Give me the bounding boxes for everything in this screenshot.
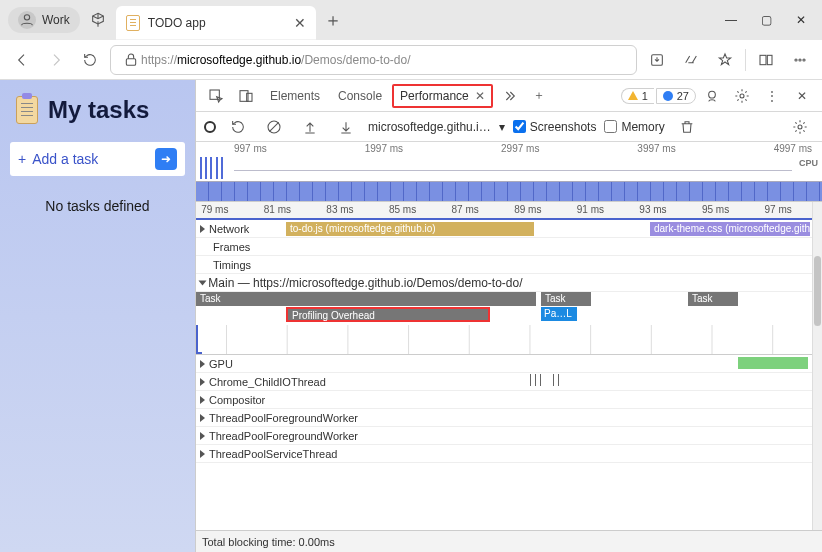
gpu-block[interactable] [738,357,808,369]
svg-rect-4 [767,55,772,64]
grid-area [196,325,822,355]
page-title: My tasks [48,96,149,124]
task-block[interactable]: Task [541,292,591,306]
svg-point-0 [24,15,29,20]
address-bar[interactable]: https://microsoftedge.github.io/Demos/de… [110,45,637,75]
overflow-icon[interactable] [495,82,523,110]
collections-icon[interactable] [752,46,780,74]
svg-point-7 [803,58,805,60]
url-path: /Demos/demo-to-do/ [301,53,410,67]
url-host: microsoftedge.github.io [177,53,301,67]
record-button[interactable] [204,121,216,133]
compositor-row[interactable]: Compositor [196,391,822,409]
target-dropdown[interactable]: microsoftedge.githu.i… [368,120,491,134]
read-aloud-icon[interactable] [677,46,705,74]
tab-elements[interactable]: Elements [262,85,328,107]
tab-performance-label: Performance [400,89,469,103]
submit-task-button[interactable]: ➜ [155,148,177,170]
main-thread-header[interactable]: Main — https://microsoftedge.github.io/D… [196,274,822,292]
threadpool-service-row[interactable]: ThreadPoolServiceThread [196,445,822,463]
address-bar-row: https://microsoftedge.github.io/Demos/de… [0,40,822,80]
info-badge[interactable]: 27 [656,88,696,104]
favorite-icon[interactable] [711,46,739,74]
timeline-overview[interactable]: 997 ms 1997 ms 2997 ms 3997 ms 4997 ms C… [196,142,822,202]
frames-row[interactable]: Frames [196,238,822,256]
info-icon [663,91,673,101]
clipboard-icon [16,96,38,124]
subtask-track: Profiling Overhead Pa…L [196,307,822,325]
profiling-overhead-block[interactable]: Profiling Overhead [286,307,490,322]
network-bar[interactable]: dark-theme.css (microsoftedge.githu... [650,222,810,236]
gpu-row[interactable]: GPU [196,355,822,373]
network-row[interactable]: Network to-do.js (microsoftedge.github.i… [196,220,822,238]
childio-row[interactable]: Chrome_ChildIOThread [196,373,822,391]
tab-performance[interactable]: Performance ✕ [392,84,493,108]
svg-point-11 [709,91,716,98]
tab-console[interactable]: Console [330,85,390,107]
new-tab-button[interactable]: ＋ [324,8,342,32]
timings-row[interactable]: Timings [196,256,822,274]
feedback-icon[interactable] [698,82,726,110]
time-ruler[interactable]: 79 ms 81 ms 83 ms 85 ms 87 ms 89 ms 91 m… [196,202,822,220]
minimize-icon[interactable]: — [725,13,737,27]
warnings-badge[interactable]: 1 [621,88,654,104]
device-icon[interactable] [232,82,260,110]
svg-point-12 [740,94,744,98]
svg-point-14 [798,125,802,129]
workspaces-icon[interactable] [88,10,108,30]
perf-toolbar: microsoftedge.githu.i… ▾ Screenshots Mem… [196,112,822,142]
forward-icon [42,46,70,74]
close-icon[interactable]: ✕ [475,89,485,103]
svg-rect-8 [210,90,219,99]
devtools-tabstrip: Elements Console Performance ✕ ＋ 1 27 ⋮ … [196,80,822,112]
threadpool-row[interactable]: ThreadPoolForegroundWorker [196,409,822,427]
threadpool-row[interactable]: ThreadPoolForegroundWorker [196,427,822,445]
profile-pill[interactable]: Work [8,7,80,33]
browser-titlebar: Work TODO app ✕ ＋ — ▢ ✕ [0,0,822,40]
chevron-down-icon[interactable]: ▾ [499,120,505,134]
scrollbar[interactable] [812,202,822,530]
network-bar[interactable]: to-do.js (microsoftedge.github.io) [286,222,534,236]
memory-checkbox[interactable]: Memory [604,120,664,134]
tab-favicon [126,15,140,31]
close-devtools-icon[interactable]: ✕ [788,82,816,110]
add-tab-icon[interactable]: ＋ [525,82,553,110]
trash-icon[interactable] [673,113,701,141]
close-icon[interactable]: ✕ [294,15,306,31]
back-icon[interactable] [8,46,36,74]
settings-icon[interactable] [728,82,756,110]
task-block[interactable]: Task [688,292,738,306]
page-header: My tasks [16,96,185,124]
kebab-icon[interactable]: ⋮ [758,82,786,110]
download-icon[interactable] [332,113,360,141]
upload-icon[interactable] [296,113,324,141]
profile-label: Work [42,13,70,27]
window-controls: — ▢ ✕ [717,13,814,27]
add-task-label: Add a task [32,151,98,167]
reload-record-icon[interactable] [224,113,252,141]
clear-icon[interactable] [260,113,288,141]
maximize-icon[interactable]: ▢ [761,13,772,27]
task-track: Task Task Task [196,292,822,307]
refresh-icon[interactable] [76,46,104,74]
app-install-icon[interactable] [643,46,671,74]
avatar [18,11,36,29]
url-scheme: https:// [141,53,177,67]
flame-chart[interactable]: 79 ms 81 ms 83 ms 85 ms 87 ms 89 ms 91 m… [196,202,822,530]
perf-settings-icon[interactable] [786,113,814,141]
plus-icon: + [18,151,26,167]
svg-point-5 [795,58,797,60]
add-task-input[interactable]: + Add a task ➜ [10,142,185,176]
svg-point-6 [799,58,801,60]
close-window-icon[interactable]: ✕ [796,13,806,27]
status-bar: Total blocking time: 0.00ms [196,530,822,552]
more-icon[interactable] [786,46,814,74]
task-block[interactable]: Task [196,292,536,306]
screenshots-checkbox[interactable]: Screenshots [513,120,597,134]
svg-rect-1 [126,58,135,65]
browser-tab[interactable]: TODO app ✕ [116,6,316,40]
lock-icon[interactable] [121,46,141,74]
parse-block[interactable]: Pa…L [541,307,577,321]
inspect-icon[interactable] [202,82,230,110]
warning-icon [628,91,638,100]
